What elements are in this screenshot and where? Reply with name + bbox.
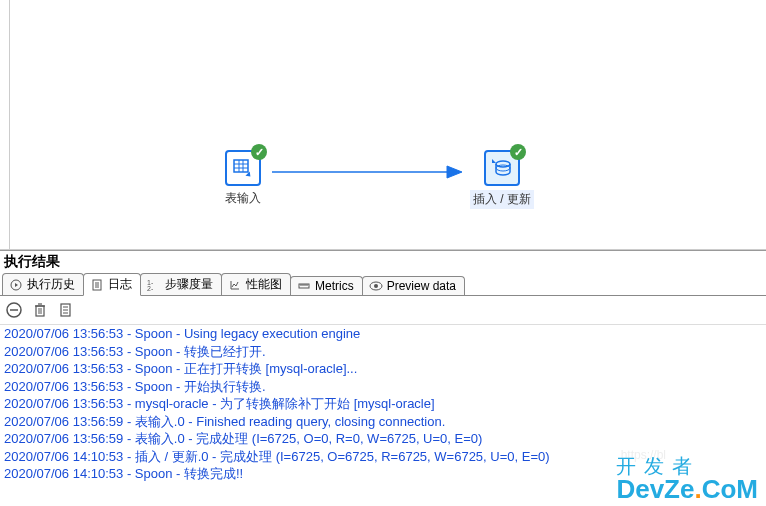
doc-icon — [90, 278, 104, 292]
tab-step-metrics[interactable]: 1-2- 步骤度量 — [140, 273, 222, 295]
tab-perf[interactable]: 性能图 — [221, 273, 291, 295]
log-line: 2020/07/06 14:10:53 - 插入 / 更新.0 - 完成处理 (… — [4, 448, 762, 466]
chart-icon — [228, 278, 242, 292]
tab-metrics[interactable]: Metrics — [290, 276, 363, 295]
tab-label: 日志 — [108, 276, 132, 293]
node-label: 表输入 — [225, 190, 261, 207]
svg-marker-6 — [447, 166, 462, 178]
log-line: 2020/07/06 13:56:53 - Spoon - 开始执行转换. — [4, 378, 762, 396]
log-line: 2020/07/06 13:56:59 - 表输入.0 - 完成处理 (I=67… — [4, 430, 762, 448]
log-line: 2020/07/06 13:56:53 - Spoon - 正在打开转换 [my… — [4, 360, 762, 378]
insert-update-icon: ✓ — [484, 150, 520, 186]
log-line: 2020/07/06 13:56:53 - mysql-oracle - 为了转… — [4, 395, 762, 413]
log-line: 2020/07/06 14:10:53 - Spoon - 转换完成!! — [4, 465, 762, 483]
clear-button[interactable] — [56, 300, 76, 320]
svg-text:2-: 2- — [147, 285, 154, 291]
check-icon: ✓ — [251, 144, 267, 160]
node-insert-update[interactable]: ✓ 插入 / 更新 — [470, 150, 534, 209]
eye-icon — [369, 279, 383, 293]
tab-preview[interactable]: Preview data — [362, 276, 465, 295]
delete-button[interactable] — [30, 300, 50, 320]
play-icon — [9, 278, 23, 292]
levels-icon: 1-2- — [147, 278, 161, 292]
tab-label: Metrics — [315, 279, 354, 293]
transformation-canvas[interactable]: ✓ 表输入 ✓ 插入 / 更新 — [0, 0, 766, 250]
svg-rect-28 — [36, 306, 44, 316]
log-toolbar — [0, 296, 766, 325]
tab-label: Preview data — [387, 279, 456, 293]
hop-arrow[interactable] — [272, 162, 462, 182]
tab-label: 执行历史 — [27, 276, 75, 293]
tab-history[interactable]: 执行历史 — [2, 273, 84, 295]
check-icon: ✓ — [510, 144, 526, 160]
canvas-gutter — [0, 0, 10, 249]
tab-log[interactable]: 日志 — [83, 273, 141, 296]
result-tabs: 执行历史 日志 1-2- 步骤度量 性能图 Metrics — [0, 273, 766, 296]
tab-label: 性能图 — [246, 276, 282, 293]
node-label: 插入 / 更新 — [470, 190, 534, 209]
svg-marker-10 — [15, 283, 18, 287]
svg-point-25 — [374, 284, 378, 288]
log-line: 2020/07/06 13:56:59 - 表输入.0 - Finished r… — [4, 413, 762, 431]
svg-rect-0 — [234, 160, 248, 172]
tab-label: 步骤度量 — [165, 276, 213, 293]
stop-button[interactable] — [4, 300, 24, 320]
result-panel: 执行结果 执行历史 日志 1-2- 步骤度量 性能图 — [0, 250, 766, 483]
log-line: 2020/07/06 13:56:53 - Spoon - Using lega… — [4, 325, 762, 343]
svg-point-8 — [496, 165, 510, 171]
node-table-input[interactable]: ✓ 表输入 — [225, 150, 261, 207]
ruler-icon — [297, 279, 311, 293]
log-area[interactable]: 2020/07/06 13:56:53 - Spoon - Using lega… — [0, 325, 766, 483]
result-title: 执行结果 — [0, 251, 766, 273]
log-line: 2020/07/06 13:56:53 - Spoon - 转换已经打开. — [4, 343, 762, 361]
table-input-icon: ✓ — [225, 150, 261, 186]
